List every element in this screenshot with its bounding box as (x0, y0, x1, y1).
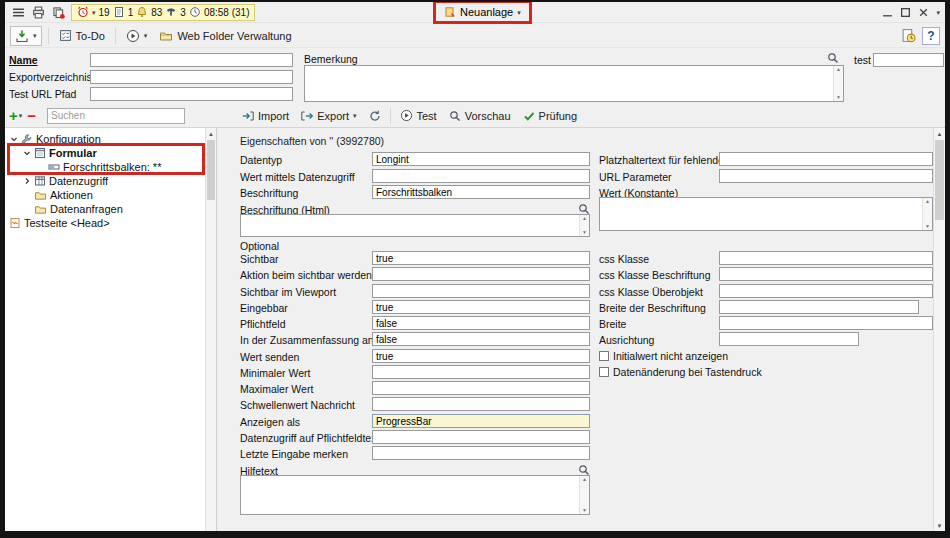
tree-item-aktionen[interactable]: Aktionen (5, 188, 216, 202)
preview-button[interactable]: Vorschau (444, 108, 516, 124)
phone-icon[interactable] (165, 6, 177, 18)
lookup-icon[interactable] (827, 52, 839, 64)
textarea-scrollbar[interactable]: ▲▼ (922, 198, 932, 230)
tree-item-formular[interactable]: Formular (5, 146, 216, 160)
bell-icon[interactable] (136, 6, 148, 18)
maximaler-wert-label: Maximaler Wert (240, 383, 313, 395)
check-button[interactable]: Prüfung (518, 108, 583, 124)
remark-textarea[interactable]: ▲▼ (304, 65, 844, 102)
scroll-thumb[interactable] (207, 140, 215, 200)
test-button[interactable]: Test (395, 107, 442, 124)
tree-item-datenzugriff[interactable]: Datenzugriff (5, 174, 216, 188)
tree-item-konfiguration[interactable]: Konfiguration (5, 132, 216, 146)
menu-button[interactable] (8, 4, 28, 21)
datentyp-input[interactable] (372, 152, 590, 166)
properties-scrollbar[interactable]: ▲ ▼ (933, 128, 945, 531)
textarea-scrollbar[interactable]: ▲▼ (579, 215, 589, 236)
tree-item-datenanfragen[interactable]: Datenanfragen (5, 202, 216, 216)
tree-label: Forschrittsbalken: ** (63, 161, 161, 173)
minimize-icon[interactable] (882, 7, 893, 18)
sichtbar-viewport-input[interactable] (372, 284, 590, 298)
expander-open-icon[interactable] (9, 135, 18, 144)
scroll-down-icon[interactable]: ▼ (934, 520, 945, 531)
tree-label: Datenanfragen (50, 203, 123, 215)
pflichtfeld-input[interactable] (372, 316, 590, 330)
zusammenfassung-input[interactable] (372, 332, 590, 346)
run-button[interactable]: ▾ (122, 27, 152, 45)
url-parameter-input[interactable] (719, 169, 933, 183)
sichtbar-viewport-label: Sichtbar im Viewport (240, 286, 336, 298)
datenaenderung-checkbox[interactable] (599, 367, 609, 377)
css-klasse-input[interactable] (719, 251, 933, 265)
separator (48, 28, 49, 44)
beschriftung-input[interactable] (372, 185, 590, 199)
alarm-icon[interactable] (77, 6, 89, 18)
anzeigen-als-input[interactable] (372, 414, 590, 428)
mode-dropdown[interactable]: Neuanlage ▾ (439, 3, 526, 21)
letzte-eingabe-input[interactable] (372, 446, 590, 460)
refresh-button[interactable] (364, 108, 386, 124)
initialwert-checkbox[interactable] (599, 351, 609, 361)
export-button[interactable]: Export ▾ (296, 108, 361, 124)
css-klasse-ueberobjekt-input[interactable] (719, 284, 933, 298)
menu-icon (12, 6, 25, 19)
main-toolbar: ▾ To-Do ▾ Web Folder Verwaltung ? (5, 24, 945, 48)
wert-senden-label: Wert senden (240, 351, 299, 363)
breite-input[interactable] (719, 316, 933, 330)
clock-icon[interactable] (189, 6, 201, 18)
tree-item-testseite[interactable]: Testseite <Head> (5, 216, 216, 230)
help-button[interactable]: ? (922, 27, 940, 45)
test-url-input[interactable] (90, 87, 293, 101)
tree-label: Testseite <Head> (24, 217, 110, 229)
scroll-up-icon[interactable]: ▲ (934, 128, 945, 139)
breite-beschriftung-input[interactable] (719, 300, 919, 314)
wert-datenzugriff-input[interactable] (372, 169, 590, 183)
eingebbar-input[interactable] (372, 300, 590, 314)
aktion-sichtbar-input[interactable] (372, 267, 590, 281)
tree-scrollbar[interactable]: ▲ (205, 128, 216, 531)
list-count: 1 (128, 7, 134, 18)
search-input[interactable] (47, 108, 185, 124)
expander-open-icon[interactable] (22, 149, 31, 158)
export-dir-input[interactable] (90, 70, 293, 84)
close-icon[interactable] (918, 7, 929, 18)
import-button[interactable]: Import (237, 108, 294, 124)
chevron-down-icon[interactable]: ▾ (92, 9, 96, 16)
textarea-scrollbar[interactable]: ▲▼ (579, 476, 589, 514)
workspace-button[interactable]: Web Folder Verwaltung (155, 28, 295, 44)
wert-konstante-textarea[interactable]: ▲▼ (599, 197, 933, 231)
remove-button[interactable]: − (27, 108, 36, 123)
scroll-thumb[interactable] (935, 140, 944, 220)
test-input[interactable] (873, 53, 944, 67)
sichtbar-input[interactable] (372, 251, 590, 265)
expander-closed-icon[interactable] (22, 177, 31, 186)
checkin-button[interactable]: ▾ (10, 26, 42, 46)
list-icon[interactable] (113, 6, 125, 18)
platzhaltertext-input[interactable] (719, 152, 933, 166)
textarea-scrollbar[interactable]: ▲▼ (833, 66, 843, 101)
tree-label: Datenzugriff (49, 175, 108, 187)
add-button[interactable]: + (9, 108, 18, 123)
tree-item-forschrittsbalken[interactable]: Forschrittsbalken: ** (5, 160, 216, 174)
css-klasse-beschriftung-input[interactable] (719, 267, 933, 281)
schwellenwert-input[interactable] (372, 397, 590, 411)
chevron-down-icon[interactable]: ▾ (19, 112, 23, 119)
panel-splitter[interactable] (217, 128, 229, 531)
minimaler-wert-input[interactable] (372, 365, 590, 379)
hilfetext-textarea[interactable]: ▲▼ (240, 475, 590, 515)
chevron-down-icon[interactable]: ▾ (936, 9, 940, 16)
datenzugriff-pflichtfeld-input[interactable] (372, 430, 590, 444)
log-icon[interactable] (901, 28, 916, 43)
maximaler-wert-input[interactable] (372, 381, 590, 395)
html-caption-textarea[interactable]: ▲▼ (240, 214, 590, 237)
todo-button[interactable]: To-Do (55, 27, 109, 44)
maximize-icon[interactable] (900, 7, 911, 18)
wert-senden-input[interactable] (372, 349, 590, 363)
workspace-label: Web Folder Verwaltung (177, 30, 291, 42)
copy-button[interactable] (48, 4, 68, 21)
ausrichtung-input[interactable] (719, 332, 859, 346)
print-button[interactable] (28, 4, 48, 21)
name-input[interactable] (90, 53, 293, 67)
new-record-icon (444, 6, 456, 18)
scroll-up-icon[interactable]: ▲ (206, 128, 216, 139)
